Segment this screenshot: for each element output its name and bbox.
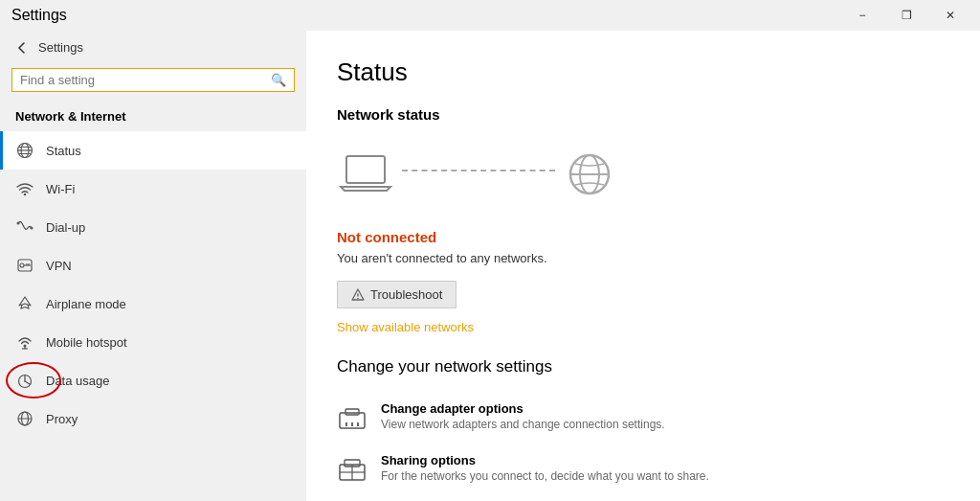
adapter-text: Change adapter options View network adap…	[381, 401, 665, 431]
svg-point-6	[17, 222, 20, 225]
maximize-button[interactable]: ❐	[884, 0, 928, 31]
vpn-icon	[15, 256, 34, 275]
sidebar-item-airplane[interactable]: Airplane mode	[0, 285, 306, 323]
svg-rect-28	[345, 409, 359, 415]
sidebar-item-proxy[interactable]: Proxy	[0, 399, 306, 438]
app-container: Settings 🔍 Network & Internet Status	[0, 31, 980, 501]
sharing-text: Sharing options For the networks you con…	[381, 453, 709, 483]
search-box[interactable]: 🔍	[11, 68, 295, 92]
datausage-icon	[15, 371, 34, 390]
troubleshoot-label: Troubleshoot	[370, 287, 442, 302]
minimize-button[interactable]: −	[840, 0, 884, 31]
sharing-icon	[337, 455, 368, 486]
hotspot-icon	[15, 332, 34, 352]
svg-point-9	[20, 263, 24, 267]
search-input[interactable]	[20, 73, 271, 87]
sidebar-label-dialup: Dial-up	[46, 220, 85, 235]
sidebar-item-wifi[interactable]: Wi-Fi	[0, 170, 306, 208]
sidebar-label-proxy: Proxy	[46, 412, 78, 426]
warning-icon	[351, 288, 365, 302]
sidebar-item-dialup[interactable]: Dial-up	[0, 208, 306, 246]
laptop-icon	[337, 150, 394, 198]
network-status-title: Network status	[337, 106, 949, 123]
change-settings-title: Change your network settings	[337, 357, 949, 376]
svg-point-26	[357, 297, 359, 299]
show-networks-link[interactable]: Show available networks	[337, 320, 949, 334]
adapter-title: Change adapter options	[381, 401, 665, 416]
adapter-icon	[337, 403, 368, 434]
sharing-desc: For the networks you connect to, decide …	[381, 469, 709, 483]
sidebar-item-datausage[interactable]: Data usage	[0, 361, 306, 399]
sidebar-item-status[interactable]: Status	[0, 131, 306, 170]
sidebar-label-vpn: VPN	[46, 259, 72, 273]
adapter-desc: View network adapters and change connect…	[381, 418, 665, 431]
globe-diagram-icon	[563, 148, 615, 200]
settings-item-sharing[interactable]: Sharing options For the networks you con…	[337, 444, 949, 495]
airplane-icon	[15, 294, 34, 313]
svg-point-7	[31, 227, 33, 230]
sidebar-label-status: Status	[46, 144, 81, 158]
search-icon: 🔍	[271, 73, 286, 87]
connection-status: Not connected	[337, 229, 949, 245]
svg-rect-20	[346, 156, 385, 183]
sidebar-label-datausage: Data usage	[46, 374, 110, 388]
titlebar: Settings − ❐ ✕	[0, 0, 980, 31]
dialup-icon	[15, 217, 34, 237]
close-button[interactable]: ✕	[928, 0, 972, 31]
sidebar: Settings 🔍 Network & Internet Status	[0, 31, 306, 501]
network-diagram	[337, 138, 949, 210]
back-label: Settings	[38, 40, 83, 55]
connection-desc: You aren't connected to any networks.	[337, 251, 949, 265]
proxy-icon	[15, 409, 34, 428]
settings-item-adapter[interactable]: Change adapter options View network adap…	[337, 392, 949, 444]
sidebar-item-vpn[interactable]: VPN	[0, 246, 306, 285]
sidebar-section-title: Network & Internet	[0, 103, 306, 131]
content-area: Status Network status	[306, 31, 980, 501]
wifi-icon	[15, 179, 34, 198]
sidebar-label-airplane: Airplane mode	[46, 297, 126, 311]
sidebar-item-hotspot[interactable]: Mobile hotspot	[0, 323, 306, 361]
svg-point-5	[24, 194, 26, 195]
page-title: Status	[337, 57, 949, 87]
titlebar-controls: − ❐ ✕	[840, 0, 972, 31]
sharing-title: Sharing options	[381, 453, 709, 467]
troubleshoot-button[interactable]: Troubleshoot	[337, 281, 457, 308]
titlebar-title: Settings	[11, 7, 67, 24]
sidebar-label-hotspot: Mobile hotspot	[46, 335, 127, 350]
globe-icon	[15, 141, 34, 160]
sidebar-label-wifi: Wi-Fi	[46, 182, 75, 196]
back-icon	[15, 41, 29, 55]
back-button[interactable]: Settings	[0, 31, 306, 64]
titlebar-left: Settings	[0, 7, 67, 24]
dashed-line	[402, 170, 555, 171]
